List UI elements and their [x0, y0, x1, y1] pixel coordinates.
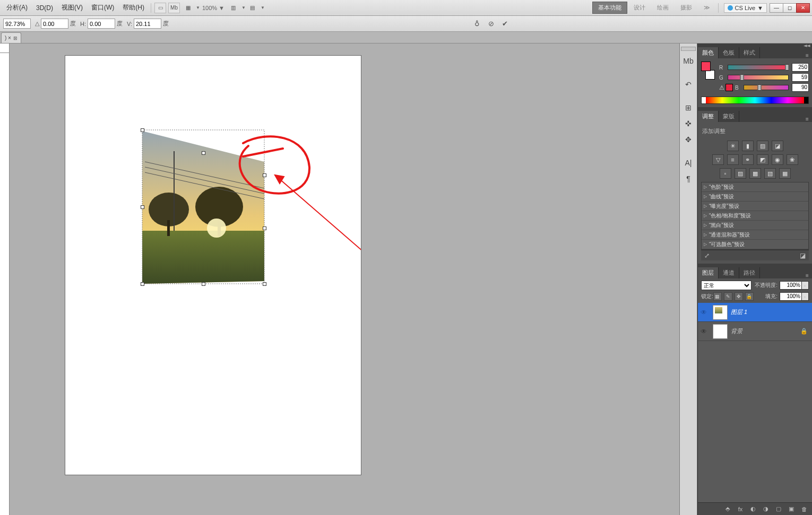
- transform-handle-tr[interactable]: [263, 173, 266, 177]
- b-slider[interactable]: [744, 85, 789, 90]
- adjustment-preset[interactable]: ▷“可选颜色”预设: [702, 240, 808, 249]
- menu-window[interactable]: 窗口(W): [87, 1, 118, 14]
- fill-input[interactable]: 100%: [780, 292, 802, 301]
- transform-handle-ml[interactable]: [141, 205, 144, 209]
- menu-analysis[interactable]: 分析(A): [2, 1, 32, 14]
- adjustment-preset[interactable]: ▷“色相/饱和度”预设: [702, 211, 808, 221]
- tab-masks[interactable]: 蒙版: [719, 111, 739, 122]
- layer-group-icon[interactable]: ▢: [774, 505, 783, 512]
- tab-adjustments[interactable]: 调整: [698, 111, 719, 122]
- transform-handle-mr[interactable]: [263, 226, 266, 230]
- transform-handle-bm[interactable]: [202, 282, 205, 286]
- window-minimize-button[interactable]: —: [770, 3, 783, 13]
- dock-gripper[interactable]: [681, 47, 696, 51]
- tab-paths[interactable]: 路径: [739, 267, 760, 278]
- commit-transform-icon[interactable]: ✔: [499, 19, 510, 29]
- dock-clone-icon[interactable]: ✥: [681, 133, 695, 146]
- tab-close-icon[interactable]: ⊠: [13, 36, 18, 41]
- dock-paragraph-icon[interactable]: ¶: [681, 172, 695, 185]
- adjustment-icon-2-0[interactable]: ▫: [720, 168, 731, 179]
- workspace-photography[interactable]: 摄影: [675, 2, 697, 13]
- adjustment-layer-icon[interactable]: ◑: [761, 505, 771, 512]
- canvas-viewport[interactable]: [10, 53, 679, 515]
- document-canvas[interactable]: [65, 56, 361, 475]
- dock-minibridge-icon[interactable]: Mb: [681, 55, 695, 67]
- tab-layers[interactable]: 图层: [698, 267, 719, 278]
- adjust-expand-icon[interactable]: ⤢: [704, 252, 710, 259]
- lock-position-icon[interactable]: ✥: [735, 292, 743, 301]
- foreground-swatch[interactable]: [701, 62, 711, 71]
- layer-thumbnail[interactable]: [713, 324, 728, 339]
- adjust-panel-menu-icon[interactable]: ≡: [802, 116, 812, 122]
- adjustment-preset[interactable]: ▷“通道混和器”预设: [702, 230, 808, 240]
- tab-color[interactable]: 颜色: [698, 47, 719, 58]
- window-maximize-button[interactable]: ◻: [783, 3, 797, 13]
- vertical-ruler[interactable]: [0, 53, 10, 515]
- adjustment-icon-0-1[interactable]: ▮: [742, 141, 754, 151]
- zoom-level-readout[interactable]: 100% ▼: [200, 5, 227, 11]
- adjustment-icon-1-0[interactable]: ▽: [712, 154, 724, 165]
- adjustment-icon-0-3[interactable]: ◪: [772, 141, 783, 151]
- color-panel-menu-icon[interactable]: ≡: [802, 53, 812, 58]
- doc-arrange-dropdown[interactable]: ▦▼: [181, 3, 200, 13]
- document-tab[interactable]: ) ×⊠: [1, 32, 21, 43]
- g-slider[interactable]: [728, 75, 789, 80]
- lock-all-icon[interactable]: 🔒: [745, 292, 754, 301]
- workspace-design[interactable]: 设计: [628, 2, 651, 13]
- transform-handle-tl[interactable]: [141, 128, 144, 132]
- lock-transparency-icon[interactable]: ▦: [713, 292, 722, 301]
- layer-name[interactable]: 图层 1: [731, 308, 747, 316]
- cancel-transform-icon[interactable]: ⊘: [486, 19, 496, 29]
- color-ramp[interactable]: [701, 97, 809, 104]
- adjust-clip-icon[interactable]: ◪: [800, 252, 806, 259]
- menu-help[interactable]: 帮助(H): [118, 1, 149, 14]
- g-value[interactable]: 59: [792, 73, 809, 82]
- fg-bg-swatch[interactable]: [701, 62, 715, 80]
- adjustment-icon-1-5[interactable]: ❀: [787, 154, 798, 165]
- lock-pixels-icon[interactable]: ✎: [724, 292, 732, 301]
- blend-mode-select[interactable]: 正常: [701, 281, 751, 290]
- dock-nav-icon[interactable]: ⊞: [681, 101, 695, 114]
- workspace-more[interactable]: ≫: [698, 3, 715, 13]
- opacity-input[interactable]: 100%: [780, 281, 802, 290]
- transform-handle-br[interactable]: [263, 282, 266, 286]
- gamut-warning-icon[interactable]: ⚠: [719, 84, 733, 91]
- adjustment-preset[interactable]: ▷“色阶”预设: [702, 182, 808, 192]
- menu-3d[interactable]: 3D(D): [32, 2, 57, 14]
- r-slider[interactable]: [728, 65, 789, 70]
- angle-input[interactable]: [41, 19, 68, 29]
- adjustment-icon-1-3[interactable]: ◩: [757, 154, 768, 165]
- dock-char-icon[interactable]: A|: [681, 156, 695, 169]
- layer-fx-icon[interactable]: fx: [736, 506, 745, 512]
- layers-panel-menu-icon[interactable]: ≡: [802, 273, 812, 278]
- adjustment-icon-0-2[interactable]: ▨: [757, 141, 768, 151]
- adjustment-preset[interactable]: ▷“曝光度”预设: [702, 202, 808, 211]
- adjustment-icon-2-3[interactable]: ▧: [764, 168, 776, 179]
- delete-layer-icon[interactable]: 🗑: [799, 506, 809, 512]
- skew-v-input[interactable]: [134, 19, 161, 29]
- r-value[interactable]: 250: [792, 63, 809, 72]
- tab-channels[interactable]: 通道: [719, 267, 739, 278]
- adjustment-preset[interactable]: ▷“曲线”预设: [702, 192, 808, 202]
- opacity-flyout-icon[interactable]: ▸: [801, 281, 809, 290]
- grid-dropdown[interactable]: ▥▼: [227, 3, 246, 13]
- fill-flyout-icon[interactable]: ▸: [801, 292, 809, 301]
- workspace-essentials[interactable]: 基本功能: [592, 2, 627, 14]
- transform-handle-bl[interactable]: [141, 282, 144, 286]
- dock-info-icon[interactable]: ✜: [681, 117, 695, 130]
- adjustment-icon-1-1[interactable]: ≡: [727, 154, 739, 165]
- link-layers-icon[interactable]: ⬘: [723, 505, 732, 512]
- adjustment-icon-1-2[interactable]: ⚭: [742, 154, 754, 165]
- layer-mask-icon[interactable]: ◐: [748, 505, 758, 512]
- panel-collapse-icon[interactable]: ◀◀: [804, 44, 810, 47]
- b-value[interactable]: 90: [792, 83, 809, 92]
- tab-styles[interactable]: 样式: [739, 47, 760, 58]
- background-swatch[interactable]: [705, 70, 715, 80]
- visibility-icon[interactable]: 👁: [698, 309, 710, 316]
- zoom-input[interactable]: [3, 19, 31, 29]
- layer-row[interactable]: 👁背景🔒: [698, 322, 812, 341]
- warp-mode-icon[interactable]: ♁: [472, 19, 482, 29]
- layer-name[interactable]: 背景: [731, 327, 742, 335]
- skew-h-input[interactable]: [88, 19, 115, 29]
- window-close-button[interactable]: ✕: [796, 3, 810, 13]
